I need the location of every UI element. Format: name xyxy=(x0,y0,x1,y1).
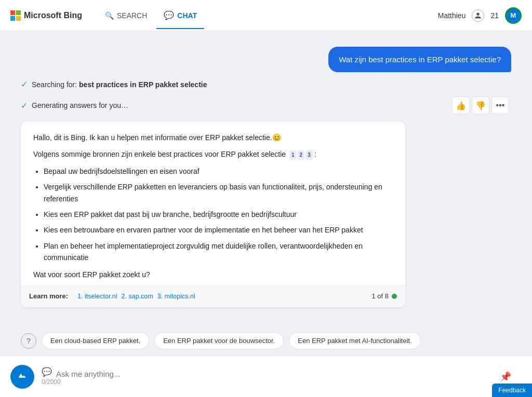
nav-chat-label: CHAT xyxy=(177,11,197,20)
bot-question-text: Wat voor soort ERP pakket zoekt u? xyxy=(33,269,393,280)
learn-more-left: Learn more: 1. itselector.nl 2. sap.com … xyxy=(29,291,195,302)
learn-more-links: 1. itselector.nl 2. sap.com 3. mitopics.… xyxy=(77,291,195,302)
ref-1[interactable]: 1 xyxy=(289,150,297,160)
ref-2[interactable]: 2 xyxy=(298,150,305,160)
nav: 🔍 SEARCH 💬 CHAT xyxy=(98,6,204,24)
thumbup-button[interactable]: 👍 xyxy=(452,97,470,114)
logo-text: Microsoft Bing xyxy=(24,11,82,20)
input-wrapper: 💬 0/2000 xyxy=(42,365,493,388)
ref-3[interactable]: 3 xyxy=(305,150,313,160)
nav-chat[interactable]: 💬 CHAT xyxy=(156,6,204,24)
suggestions-bar: ? Een cloud-based ERP pakket. Een ERP pa… xyxy=(0,326,532,355)
header: Microsoft Bing 🔍 SEARCH 💬 CHAT Matthieu … xyxy=(0,0,532,31)
avatar[interactable]: M xyxy=(505,7,522,24)
learn-more-bar: Learn more: 1. itselector.nl 2. sap.com … xyxy=(21,285,405,307)
bot-bullet-list: Bepaal uw bedrijfsdoelstellingen en eise… xyxy=(33,166,393,264)
status-searching-text: Searching for: best practices in ERP pak… xyxy=(32,80,207,89)
status-generating-text: Generating answers for you… xyxy=(32,101,128,109)
status-searching: ✓ Searching for: best practices in ERP p… xyxy=(21,79,511,89)
bullet-2: Vergelijk verschillende ERP pakketten en… xyxy=(44,181,393,204)
check-icon-1: ✓ xyxy=(21,79,28,89)
search-icon: 🔍 xyxy=(105,11,114,20)
user-name: Matthieu xyxy=(438,11,466,20)
suggestion-3[interactable]: Een ERP pakket met AI-functionaliteit. xyxy=(289,332,420,349)
chat-input[interactable] xyxy=(56,365,493,378)
char-count: 0/2000 xyxy=(42,378,493,388)
nav-search[interactable]: 🔍 SEARCH xyxy=(98,7,154,24)
header-right: Matthieu 21 M xyxy=(438,7,522,24)
badge-count: 21 xyxy=(490,11,499,20)
status-generating: ✓ Generating answers for you… 👍 👎 ••• xyxy=(21,97,511,114)
thumbdown-button[interactable]: 👎 xyxy=(472,97,489,114)
bullet-1: Bepaal uw bedrijfsdoelstellingen en eise… xyxy=(44,166,393,177)
bullet-4: Kies een betrouwbare en ervaren partner … xyxy=(44,224,393,236)
bot-response-card: Hallo, dit is Bing. Ik kan u helpen met … xyxy=(21,121,405,307)
learn-link-1[interactable]: 1. itselector.nl xyxy=(77,291,117,302)
more-options-button[interactable]: ••• xyxy=(491,97,509,114)
check-icon-2: ✓ xyxy=(21,101,28,111)
feedback-button[interactable]: Feedback xyxy=(492,384,532,397)
user-icon[interactable] xyxy=(472,9,484,22)
bot-intro-text: Hallo, dit is Bing. Ik kan u helpen met … xyxy=(33,132,393,143)
chat-nav-icon: 💬 xyxy=(164,10,174,20)
bing-fab-button[interactable] xyxy=(10,365,34,389)
green-dot-icon xyxy=(392,294,397,299)
learn-more-label: Learn more: xyxy=(29,291,68,302)
input-bar: 💬 0/2000 📌 Feedback xyxy=(0,355,532,397)
bullet-5: Plan en beheer het implementatieproject … xyxy=(44,240,393,264)
suggestion-help-icon[interactable]: ? xyxy=(21,333,36,349)
nav-search-label: SEARCH xyxy=(117,11,147,20)
suggestion-2[interactable]: Een ERP pakket voor de bouwsector. xyxy=(154,332,284,349)
user-message: Wat zijn best practices in ERP pakket se… xyxy=(328,47,511,72)
learn-link-2[interactable]: 2. sap.com xyxy=(122,291,153,302)
suggestion-1[interactable]: Een cloud-based ERP pakket. xyxy=(42,332,149,349)
page-indicator: 1 of 8 xyxy=(371,291,397,302)
logo[interactable]: Microsoft Bing xyxy=(10,10,82,21)
main: Wat zijn best practices in ERP pakket se… xyxy=(0,31,532,397)
input-actions: 📌 xyxy=(500,371,511,382)
chat-bubble-icon: 💬 xyxy=(42,367,52,377)
ref-superscripts: 1 2 3 xyxy=(289,150,313,160)
ms-logo-icon xyxy=(10,10,21,21)
bullet-3: Kies een ERP pakket dat past bij uw bran… xyxy=(44,209,393,220)
bot-source-text: Volgens sommige bronnen zijn enkele best… xyxy=(33,148,393,160)
chat-area: Wat zijn best practices in ERP pakket se… xyxy=(0,31,532,326)
pin-icon[interactable]: 📌 xyxy=(500,371,511,382)
learn-link-3[interactable]: 3. mitopics.nl xyxy=(157,291,195,302)
